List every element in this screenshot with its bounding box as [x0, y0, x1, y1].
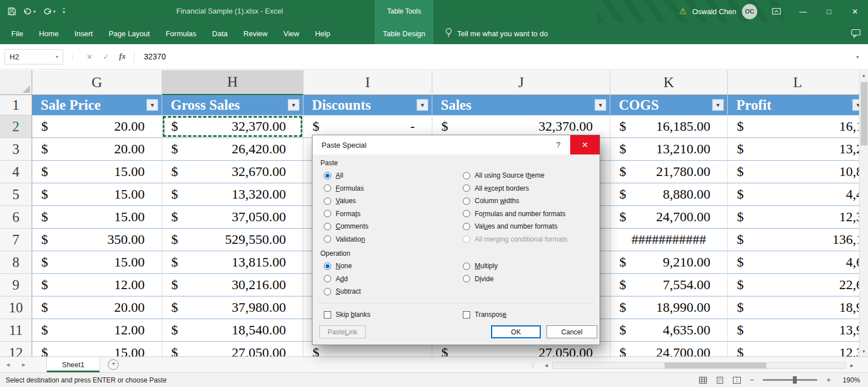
cell-L11[interactable]: $13,9	[728, 319, 868, 342]
tell-me-box[interactable]: Tell me what you want to do	[445, 23, 548, 44]
redo-dropdown-icon[interactable]: ▾	[53, 9, 55, 14]
cell-L2[interactable]: $16,1	[728, 115, 868, 138]
row-header-4[interactable]: 4	[0, 161, 32, 183]
save-icon[interactable]	[8, 7, 16, 15]
comments-icon[interactable]	[851, 29, 861, 40]
tab-view[interactable]: View	[275, 23, 307, 44]
cell-G4[interactable]: $15.00	[32, 161, 162, 183]
radio-values-and-number-formats[interactable]: Values and number formats	[463, 220, 567, 233]
radio-formulas-and-number-formats[interactable]: Formulas and number formats	[463, 208, 567, 221]
cell-G2[interactable]: $20.00	[32, 115, 162, 138]
cell-H8[interactable]: $13,815.00	[162, 251, 303, 274]
dialog-close-button[interactable]: ✕	[570, 135, 600, 154]
ribbon-display-options-icon[interactable]	[772, 7, 781, 16]
vertical-scroll-thumb[interactable]	[861, 82, 867, 145]
radio-all-except-borders[interactable]: All except borders	[463, 182, 567, 195]
scroll-left-icon[interactable]: ◄	[540, 363, 552, 368]
column-header-K[interactable]: K	[610, 70, 728, 95]
tab-formulas[interactable]: Formulas	[158, 23, 204, 44]
zoom-level[interactable]: 190%	[840, 376, 860, 384]
tab-page-layout[interactable]: Page Layout	[101, 23, 158, 44]
tab-data[interactable]: Data	[204, 23, 235, 44]
radio-all[interactable]: All	[324, 169, 368, 182]
radio-subtract[interactable]: Subtract	[324, 285, 361, 298]
cell-G6[interactable]: $15.00	[32, 206, 162, 229]
sheet-tab-sheet1[interactable]: Sheet1	[46, 357, 101, 372]
cell-L6[interactable]: $12,3	[728, 206, 868, 229]
minimize-button[interactable]: —	[790, 0, 816, 23]
horizontal-scrollbar[interactable]: ⋮ ◄ ►	[530, 362, 858, 369]
filter-button-discounts[interactable]: ▾	[416, 99, 428, 111]
maximize-button[interactable]: □	[816, 0, 842, 23]
redo-button[interactable]: ▾	[43, 8, 55, 15]
cell-G10[interactable]: $20.00	[32, 296, 162, 319]
checkbox-transpose[interactable]: Transpose	[463, 308, 506, 321]
cell-K4[interactable]: $21,780.00	[610, 161, 728, 183]
cell-G5[interactable]: $15.00	[32, 183, 162, 206]
name-box[interactable]: H2 ▾	[5, 49, 63, 64]
table-header-sale-price[interactable]: Sale Price▾	[32, 95, 162, 115]
zoom-slider[interactable]	[763, 379, 817, 381]
cell-H11[interactable]: $18,540.00	[162, 319, 303, 342]
cell-H5[interactable]: $13,320.00	[162, 183, 303, 206]
column-header-J[interactable]: J	[432, 70, 610, 95]
insert-function-icon[interactable]: fx	[119, 52, 126, 61]
cell-H10[interactable]: $37,980.00	[162, 296, 303, 319]
cell-H6[interactable]: $37,050.00	[162, 206, 303, 229]
row-header-3[interactable]: 3	[0, 138, 32, 161]
row-header-6[interactable]: 6	[0, 206, 32, 229]
filter-button-cogs[interactable]: ▾	[712, 99, 724, 111]
scroll-down-icon[interactable]: ▼	[860, 346, 868, 356]
radio-values[interactable]: Values	[324, 195, 368, 208]
cell-H9[interactable]: $30,216.00	[162, 274, 303, 296]
cell-G11[interactable]: $12.00	[32, 319, 162, 342]
row-header-5[interactable]: 5	[0, 183, 32, 206]
cell-L12[interactable]: $12,3	[728, 342, 868, 356]
table-header-discounts[interactable]: Discounts▾	[303, 95, 432, 115]
cell-G9[interactable]: $12.00	[32, 274, 162, 296]
expand-formula-bar-icon[interactable]: ▾	[852, 54, 863, 60]
cell-K3[interactable]: $13,210.00	[610, 138, 728, 161]
dialog-help-button[interactable]: ?	[546, 135, 570, 154]
cell-G7[interactable]: $350.00	[32, 229, 162, 251]
zoom-slider-thumb[interactable]	[793, 376, 797, 384]
warning-icon[interactable]: ⚠	[679, 6, 687, 16]
radio-multiply[interactable]: Multiply	[463, 260, 498, 273]
row-header-1[interactable]: 1	[0, 95, 32, 115]
row-header-11[interactable]: 11	[0, 319, 32, 342]
cell-L7[interactable]: $136,1	[728, 229, 868, 251]
sheet-nav-left-icon[interactable]: ◄	[0, 362, 16, 368]
checkbox-skip-blanks[interactable]: Skip blanks	[324, 308, 370, 321]
horizontal-scroll-track[interactable]	[552, 362, 846, 369]
column-header-G[interactable]: G	[32, 70, 162, 95]
page-layout-view-icon[interactable]	[716, 377, 724, 384]
cell-L3[interactable]: $13,2	[728, 138, 868, 161]
scrollbar-splitter[interactable]: ⋮	[530, 362, 536, 369]
ok-button[interactable]: OK	[491, 325, 541, 338]
cell-H2[interactable]: $32,370.00	[162, 115, 303, 138]
cell-K8[interactable]: $9,210.00	[610, 251, 728, 274]
tab-review[interactable]: Review	[236, 23, 276, 44]
cell-L8[interactable]: $4,6	[728, 251, 868, 274]
cell-G12[interactable]: $15.00	[32, 342, 162, 356]
enter-entry-icon[interactable]: ✓	[103, 53, 109, 61]
customize-qat-icon[interactable]: ▾	[63, 8, 65, 15]
cell-H3[interactable]: $26,420.00	[162, 138, 303, 161]
normal-view-icon[interactable]	[699, 377, 707, 384]
cell-H12[interactable]: $27,050.00	[162, 342, 303, 356]
cell-K10[interactable]: $18,990.00	[610, 296, 728, 319]
row-header-2[interactable]: 2	[0, 115, 32, 138]
cell-G8[interactable]: $15.00	[32, 251, 162, 274]
cell-L4[interactable]: $10,8	[728, 161, 868, 183]
row-header-12[interactable]: 12	[0, 342, 32, 356]
close-button[interactable]: ✕	[842, 0, 868, 23]
cell-K5[interactable]: $8,880.00	[610, 183, 728, 206]
scroll-right-icon[interactable]: ►	[846, 363, 858, 368]
cell-K11[interactable]: $4,635.00	[610, 319, 728, 342]
user-name[interactable]: Oswald Chen	[692, 7, 736, 16]
tab-table-design[interactable]: Table Design	[375, 23, 433, 44]
cell-H4[interactable]: $32,670.00	[162, 161, 303, 183]
cell-K6[interactable]: $24,700.00	[610, 206, 728, 229]
undo-dropdown-icon[interactable]: ▾	[33, 9, 36, 14]
new-sheet-button[interactable]: +	[108, 359, 119, 370]
